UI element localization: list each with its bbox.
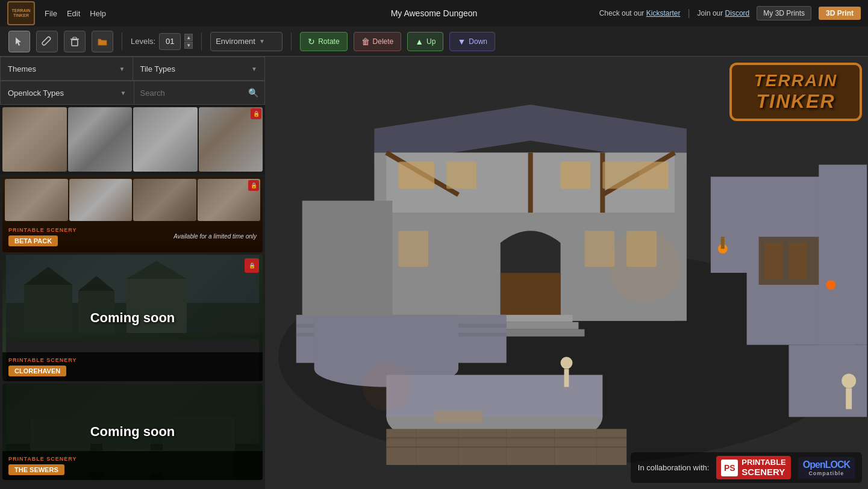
toolbar-divider-1	[122, 33, 122, 51]
app-logo: TERRAIN TINKER	[7, 1, 35, 25]
clorehaven-footer: PRINTABLE SCENERY CLOREHAVEN	[2, 352, 263, 381]
svg-rect-73	[846, 388, 852, 409]
logo-line2: TINKER	[742, 90, 850, 113]
delete-tool-button[interactable]	[64, 31, 86, 52]
discord-text: Join our Discord	[698, 9, 750, 17]
level-down-arrow[interactable]: ▼	[184, 42, 193, 49]
levels-label: Levels:	[131, 37, 155, 46]
svg-rect-52	[721, 237, 725, 249]
kickstarter-link[interactable]: Kickstarter	[646, 9, 681, 17]
svg-rect-30	[446, 162, 476, 189]
level-arrows: ▲ ▼	[184, 34, 193, 49]
up-button[interactable]: ▲ Up	[407, 32, 443, 51]
svg-rect-29	[398, 162, 434, 189]
project-title: My Awesome Dungeon	[391, 8, 478, 18]
promo-tile[interactable]	[5, 179, 68, 221]
svg-point-72	[841, 374, 856, 388]
filter-row-1: Themes ▼ Tile Types ▼	[0, 57, 265, 81]
rotate-icon: ↻	[308, 37, 315, 46]
down-icon: ▼	[457, 37, 466, 46]
filter-row-2: Openlock Types ▼ 🔍	[0, 81, 265, 105]
clorehaven-button[interactable]: CLOREHAVEN	[8, 366, 66, 376]
printable-scenery-badge: PS PRINTABLE SCENERY	[716, 456, 790, 479]
logo-line1: TERRAIN	[742, 71, 850, 90]
main-area: Themes ▼ Tile Types ▼ Openlock Types ▼ 🔍	[0, 57, 868, 489]
svg-point-74	[608, 231, 681, 303]
ps-icon: PS	[721, 459, 738, 476]
svg-rect-35	[501, 273, 561, 321]
tiles-grid: 🔒	[2, 107, 263, 172]
tile-item[interactable]	[133, 107, 198, 172]
canvas-area[interactable]: TERRAIN TINKER In collaboration with: PS…	[265, 57, 868, 489]
level-up-arrow[interactable]: ▲	[184, 34, 193, 41]
nav-edit[interactable]: Edit	[67, 9, 80, 18]
lock-icon: 🔒	[249, 263, 255, 269]
down-button[interactable]: ▼ Down	[449, 32, 495, 51]
wrench-tool-button[interactable]	[36, 31, 58, 52]
svg-rect-60	[564, 369, 569, 387]
svg-rect-3	[73, 37, 76, 39]
beta-pack-button[interactable]: BETA PACK	[8, 235, 58, 246]
svg-rect-57	[386, 375, 602, 417]
wrench-icon	[42, 36, 52, 47]
promo-tile[interactable]	[69, 179, 133, 221]
nav-right: Check out our Kickstarter | Join our Dis…	[599, 6, 861, 20]
delete-action-button[interactable]: 🗑 Delete	[354, 32, 402, 51]
nav-help[interactable]: Help	[90, 9, 106, 18]
toolbar-divider-3	[291, 33, 292, 51]
svg-rect-54	[765, 243, 783, 279]
tile-thumbnail	[68, 107, 133, 172]
tile-badge: 🔒	[251, 108, 261, 119]
svg-rect-1	[72, 40, 78, 46]
collab-footer: In collaboration with: PS PRINTABLE SCEN…	[631, 452, 862, 483]
nav-file[interactable]: File	[45, 9, 57, 18]
select-tool-button[interactable]	[8, 31, 30, 52]
trash-icon	[69, 36, 80, 47]
search-input[interactable]	[140, 89, 245, 98]
promo-tile[interactable]: 🔒	[198, 179, 261, 221]
logo-box: TERRAIN TINKER	[729, 63, 862, 121]
tile-item[interactable]	[2, 107, 67, 172]
svg-rect-31	[561, 162, 591, 189]
ps-text: PRINTABLE SCENERY	[742, 458, 785, 477]
clorehaven-badge: 🔒	[245, 258, 259, 273]
tile-item[interactable]	[68, 107, 133, 172]
3dprint-button[interactable]: 3D Print	[819, 7, 861, 20]
levels-input[interactable]	[159, 33, 181, 50]
folder-tool-button[interactable]	[92, 31, 113, 52]
my3d-prints-button[interactable]: My 3D Prints	[757, 6, 811, 20]
tile-item[interactable]: 🔒	[199, 107, 263, 172]
themes-dropdown[interactable]: Themes ▼	[0, 57, 133, 81]
top-nav: TERRAIN TINKER File Edit Help My Awesome…	[0, 0, 868, 26]
up-icon: ▲	[415, 37, 423, 46]
cursor-icon	[14, 36, 25, 47]
sewers-footer: PRINTABLE SCENERY THE SEWERS	[2, 451, 263, 480]
search-icon: 🔍	[248, 88, 258, 98]
sewers-card: Coming soon PRINTABLE SCENERY THE SEWERS	[2, 384, 263, 480]
nav-sep: |	[687, 8, 690, 19]
tile-types-label: Tile Types	[140, 64, 176, 73]
tile-types-dropdown[interactable]: Tile Types ▼	[133, 57, 266, 81]
sewers-button[interactable]: THE SEWERS	[8, 464, 64, 475]
ol-logo-container: OpenLOCK Compatible	[803, 459, 850, 476]
lock-icon: 🔒	[251, 182, 257, 188]
main-toolbar: Levels: ▲ ▼ Enviroment ▼ ↻ Rotate 🗑 Dele…	[0, 26, 868, 57]
openlock-label: Openlock Types	[8, 89, 64, 98]
clorehaven-scenery-label: PRINTABLE SCENERY	[8, 357, 257, 363]
openlock-logo-text: OpenLOCK	[803, 459, 850, 470]
svg-rect-36	[398, 231, 428, 267]
openlock-dropdown[interactable]: Openlock Types ▼	[0, 81, 134, 105]
kickstarter-text: Check out our Kickstarter	[599, 9, 681, 17]
environment-dropdown[interactable]: Enviroment ▼	[210, 32, 283, 51]
svg-marker-0	[16, 37, 21, 46]
openlock-compatible-text: Compatible	[808, 470, 844, 476]
rotate-button[interactable]: ↻ Rotate	[300, 32, 347, 51]
themes-label: Themes	[8, 64, 36, 73]
svg-rect-33	[639, 162, 669, 189]
terrain-tinker-logo: TERRAIN TINKER	[729, 63, 862, 159]
environment-label: Enviroment	[216, 37, 255, 46]
discord-link[interactable]: Discord	[725, 9, 750, 17]
tile-thumbnail	[133, 107, 198, 172]
left-panel: Themes ▼ Tile Types ▼ Openlock Types ▼ 🔍	[0, 57, 265, 489]
promo-tile[interactable]	[133, 179, 196, 221]
